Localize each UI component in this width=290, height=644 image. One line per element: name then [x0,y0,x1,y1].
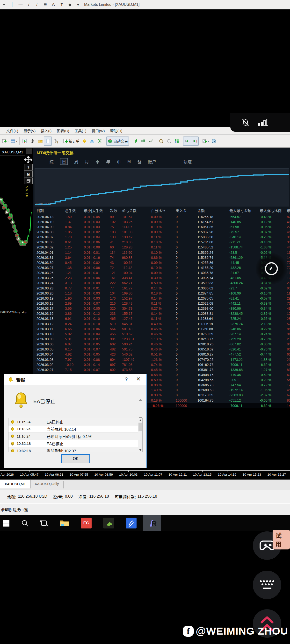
stats-tab-综[interactable]: 综 [50,158,54,164]
taskbar-search-button[interactable] [21,520,29,527]
signal-strength-icon[interactable] [258,118,270,127]
dialog-help-button[interactable]: ? [125,376,128,382]
table-row[interactable]: 2026.03.173.660.01 | 0.05320304.790.27 %… [37,306,290,311]
tile-windows-button[interactable] [173,136,181,146]
table-row[interactable]: 2026.03.044.920.01 | 0.05423546.020.51 %… [37,352,290,357]
menu-item-2[interactable]: 插入(I) [41,128,52,133]
table-row[interactable]: 2026.03.182.890.01 | 0.07216128.480.11 %… [37,301,290,306]
cascade-windows-button[interactable] [24,178,33,184]
signals-button[interactable] [96,136,104,146]
table-row[interactable]: 2026.02.277.150.01 | 0.07602473.580.45 %… [37,367,290,372]
table-row[interactable]: 2026.04.071.700.01 | 0.04139130.420.11 %… [37,235,290,240]
periods-button[interactable] [210,136,218,146]
scroll-up-icon[interactable] [139,399,142,401]
new-order-button[interactable]: 新订单 [62,136,80,146]
stats-tab-track[interactable]: 轨迹 [183,158,192,164]
chart-tab-XAUUSD,M1[interactable]: XAUUSD,M1 [0,480,31,488]
table-row[interactable]: 2026.03.313.640.01 | 0.1674980.880.86 %0… [37,255,290,260]
stats-tab-M[interactable]: M [127,159,131,164]
table-row[interactable]: 2026.04.021.250.01 | 0.0860129.280.11 %0… [37,245,290,250]
stats-tab-账户[interactable]: 账户 [148,158,156,164]
blue-app-button[interactable] [126,518,136,528]
stats-tab-备[interactable]: 备 [137,158,141,164]
menu-item-6[interactable]: 帮助(H) [110,128,122,133]
draw-tool-icon-3[interactable]: / [25,2,33,7]
table-row[interactable]: 2026.03.037.970.01 | 0.086041307.491.23 … [37,357,290,362]
ec-app-button[interactable]: EC [81,518,92,528]
draw-tool-icon-7[interactable]: T [59,2,64,7]
table-row[interactable]: 2026.04.101.370.01 | 0.03102103.260.09 %… [37,219,290,224]
table-row[interactable]: 2026.04.011.140.01 | 0.01114119.500.10 %… [37,250,290,255]
scrollbar-up-icon[interactable] [139,420,141,421]
keyboard-button[interactable] [253,571,281,599]
draw-tool-icon-5[interactable]: ≣ [41,2,49,7]
table-row[interactable]: 2026.03.300.450.01 | 0.0243100.660.09 %0… [37,260,290,265]
stats-tab-币[interactable]: 币 [117,158,121,164]
table-row[interactable]: 2026.03.252.230.01 | 0.06161338.410.30 %… [37,276,290,280]
alert-row[interactable]: 11:16:24EA已停止 [9,418,138,426]
history-center-button[interactable] [52,136,59,146]
menu-item-0[interactable]: 文件(F) [6,128,18,133]
gold-button[interactable] [80,136,88,146]
menu-item-4[interactable]: 工具(T) [74,128,86,133]
table-row[interactable]: 2026.03.0210.100.01 | 0.14697781.030.74 … [37,362,290,367]
candlestick-button[interactable] [139,136,147,146]
time-axis[interactable]: Apr 202610 Apr 05:4710 Apr 06:5110 Apr 0… [0,470,290,480]
r-app-button[interactable]: R [143,515,161,531]
file-explorer-button[interactable] [59,519,69,527]
autotrading-button[interactable]: 自动交易 [106,136,129,146]
ok-button[interactable]: OK [61,454,90,463]
menu-item-5[interactable]: 窗口(W) [92,128,105,133]
zoom-out-button[interactable] [165,136,173,146]
draw-tool-icon-4[interactable]: 𝑓 [33,2,41,7]
table-row[interactable]: 2026.04.060.610.01 | 0.0641219.360.19 %0… [37,240,290,245]
community-button[interactable] [88,136,96,146]
chart-shift-button[interactable] [191,136,199,146]
table-row[interactable]: 2026.03.066.870.01 | 0.05602500.240.46 %… [37,342,290,347]
alert-list-scrollbar[interactable] [138,418,142,452]
task-view-button[interactable] [40,520,48,527]
table-row[interactable]: 2026.03.271.380.01 | 0.0672119.420.10 %0… [37,265,290,270]
stats-tab-年[interactable]: 年 [106,158,110,164]
table-row[interactable]: 2026.03.105.020.01 | 0.04456510.620.46 %… [37,332,290,336]
chart-symbol-tab[interactable]: XAUUSD,M1 [0,148,25,156]
alert-row[interactable]: 10:32:18EA已停止 [9,440,138,447]
draw-tool-icon-2[interactable]: — [17,2,25,7]
kangaroo-app-button[interactable] [103,518,114,528]
market-watch-button[interactable] [21,136,29,146]
stats-tab-季[interactable]: 季 [95,158,100,164]
dialog-titlebar[interactable]: 警报 ? ✕ [4,374,147,385]
scrollbar-thumb[interactable] [138,422,142,431]
add-indicator-button[interactable]: ▾ [201,136,210,146]
table-row[interactable]: 2026.04.131.590.01 | 0.0599101.570.09 %0… [37,214,290,219]
minimize-button[interactable]: – [26,148,32,154]
table-row[interactable]: 2026.03.128.240.01 | 0.10519545.310.49 %… [37,321,290,326]
stats-tab-日[interactable]: 日 [60,158,68,165]
help-button[interactable]: ? [24,164,33,170]
start-button[interactable] [3,520,10,527]
stats-tab-月[interactable]: 月 [85,158,89,164]
draw-tool-icon-1[interactable]: │ [8,2,17,7]
auto-scroll-button[interactable] [183,136,191,146]
table-row[interactable]: 2026.03.201.180.01 | 0.03104199.800.18 %… [37,291,290,296]
table-row[interactable]: 2026.04.090.840.01 | 0.0375114.070.10 %0… [37,224,290,230]
notifications-muted-icon[interactable] [241,118,250,127]
table-row[interactable]: 2026.03.095.310.01 | 0.073841230.511.13 … [37,336,290,342]
alert-row[interactable]: 11:16:24已达到每日盈利目标 0.1%! [9,433,138,440]
zoom-in-button[interactable] [157,136,165,146]
favorites-button[interactable] [36,136,44,146]
table-row[interactable]: 2026.03.116.660.01 | 0.06564501.490.45 %… [37,326,290,332]
new-chart-button[interactable]: ▾ [1,136,10,146]
stats-tab-周[interactable]: 周 [74,158,78,164]
line-chart-button[interactable] [147,136,155,146]
draw-tool-icon-8[interactable]: ◆ [66,2,74,7]
table-row[interactable]: 2026.03.163.860.01 | 0.12233155.170.14 %… [37,311,290,316]
alert-row[interactable]: 11:16:24当前盈利: 102.14 [9,426,138,433]
crosshair-button[interactable] [29,136,36,146]
navigator-button[interactable] [44,136,52,146]
table-row[interactable]: 2026.03.230.770.01 | 0.0177161.770.14 %0… [37,286,290,291]
menu-item-3[interactable]: 图表(C) [57,128,69,133]
chart-tab-XAUUSD,Daily[interactable]: XAUUSD,Daily [31,480,63,488]
scrollbar-down-icon[interactable] [139,449,141,451]
draw-tool-icon-0[interactable]: + [0,2,8,7]
